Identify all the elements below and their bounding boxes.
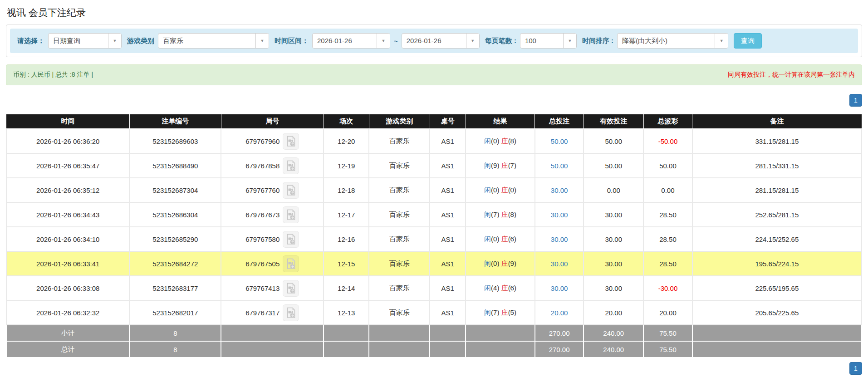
video-record-icon bbox=[286, 307, 296, 318]
table-footer: 小计8270.00240.0075.50总计8270.00240.0075.50 bbox=[6, 325, 862, 358]
footer-empty-cell bbox=[221, 341, 324, 358]
video-replay-button[interactable] bbox=[283, 133, 299, 150]
game-type-value: 百家乐 bbox=[158, 34, 255, 48]
footer-count: 8 bbox=[129, 325, 221, 341]
footer-empty-cell bbox=[221, 325, 324, 341]
pagination-page-1[interactable]: 1 bbox=[849, 94, 862, 107]
query-type-select[interactable]: 日期查询 ▼ bbox=[48, 33, 122, 49]
footer-empty-cell bbox=[466, 325, 535, 341]
footer-empty-cell bbox=[692, 325, 862, 341]
cell-game-type: 百家乐 bbox=[369, 153, 430, 178]
per-page-value: 100 bbox=[520, 34, 563, 48]
cell-game-type: 百家乐 bbox=[369, 251, 430, 276]
cell-round-id: 679767760 bbox=[221, 178, 324, 202]
banker-points: (5) bbox=[508, 309, 516, 316]
cell-round-id: 679767413 bbox=[221, 276, 324, 300]
cell-time: 2026-01-26 06:32:32 bbox=[6, 300, 129, 325]
cell-payout: 28.50 bbox=[643, 227, 692, 251]
video-record-icon bbox=[286, 185, 296, 196]
cell-bet-id: 523152684272 bbox=[129, 251, 221, 276]
footer-label: 总计 bbox=[6, 341, 129, 358]
cell-valid-bet: 30.00 bbox=[584, 276, 643, 300]
round-id-group: 679767413 bbox=[245, 280, 299, 297]
time-sort-select[interactable]: 降冪(由大到小) ▼ bbox=[617, 33, 728, 49]
cell-time: 2026-01-26 06:34:10 bbox=[6, 227, 129, 251]
video-replay-button[interactable] bbox=[283, 255, 299, 272]
cell-total-bet: 30.00 bbox=[535, 178, 584, 202]
total-bet-link[interactable]: 30.00 bbox=[551, 260, 568, 268]
round-id-group: 679767505 bbox=[245, 255, 299, 272]
round-id-value: 679767673 bbox=[245, 211, 280, 219]
cell-note: 331.15/281.15 bbox=[692, 129, 862, 153]
footer-empty-cell bbox=[369, 325, 430, 341]
grand-total-row: 总计8270.00240.0075.50 bbox=[6, 341, 862, 358]
video-replay-button[interactable] bbox=[283, 231, 299, 248]
total-bet-link[interactable]: 30.00 bbox=[551, 211, 568, 219]
cell-valid-bet: 30.00 bbox=[584, 227, 643, 251]
cell-note: 281.15/331.15 bbox=[692, 153, 862, 178]
video-replay-button[interactable] bbox=[283, 280, 299, 297]
query-button[interactable]: 查询 bbox=[734, 33, 762, 49]
cell-game-type: 百家乐 bbox=[369, 129, 430, 153]
footer-empty-cell bbox=[369, 341, 430, 358]
cell-table-no: AS1 bbox=[430, 178, 466, 202]
date-to-select[interactable]: 2026-01-26 ▼ bbox=[402, 33, 480, 49]
table-row: 2026-01-26 06:35:12523152687304679767760… bbox=[6, 178, 862, 202]
total-bet-link[interactable]: 20.00 bbox=[551, 309, 568, 317]
chevron-down-icon: ▼ bbox=[563, 34, 576, 48]
date-from-select[interactable]: 2026-01-26 ▼ bbox=[312, 33, 390, 49]
subtotal-row: 小计8270.00240.0075.50 bbox=[6, 325, 862, 341]
chevron-down-icon: ▼ bbox=[377, 34, 390, 48]
banker-points: (7) bbox=[508, 162, 516, 169]
per-page-label: 每页笔数 : bbox=[485, 37, 516, 45]
cell-game-type: 百家乐 bbox=[369, 276, 430, 300]
column-header: 局号 bbox=[221, 114, 324, 129]
total-bet-link[interactable]: 30.00 bbox=[551, 235, 568, 243]
cell-note: 225.65/195.65 bbox=[692, 276, 862, 300]
table-row: 2026-01-26 06:35:47523152688490679767858… bbox=[6, 153, 862, 178]
bet-records-table: 时间注单编号局号场次游戏类别桌号结果总投注有效投注总派彩备注 2026-01-2… bbox=[6, 114, 862, 358]
banker-label: 庄 bbox=[501, 284, 508, 292]
cell-note: 281.15/281.15 bbox=[692, 178, 862, 202]
player-points: (4) bbox=[491, 284, 499, 292]
cell-total-bet: 30.00 bbox=[535, 251, 584, 276]
video-replay-button[interactable] bbox=[283, 157, 299, 174]
game-type-label: 游戏类别 bbox=[127, 37, 154, 45]
filter-panel: 请选择： 日期查询 ▼ 游戏类别 百家乐 ▼ 时间区间： 2026-01-26 … bbox=[6, 24, 862, 57]
footer-empty-cell bbox=[430, 341, 466, 358]
footer-valid-bet: 240.00 bbox=[584, 341, 643, 358]
cell-bet-id: 523152685290 bbox=[129, 227, 221, 251]
cell-payout: 28.50 bbox=[643, 251, 692, 276]
cell-valid-bet: 20.00 bbox=[584, 300, 643, 325]
cell-result: 闲(0) 庄(6) bbox=[466, 227, 535, 251]
video-record-icon bbox=[286, 160, 296, 171]
total-bet-link[interactable]: 30.00 bbox=[551, 284, 568, 292]
round-id-group: 679767960 bbox=[245, 133, 299, 150]
time-sort-value: 降冪(由大到小) bbox=[618, 34, 715, 48]
round-id-value: 679767413 bbox=[245, 284, 280, 292]
player-points: (0) bbox=[491, 186, 499, 194]
column-header: 场次 bbox=[324, 114, 369, 129]
footer-total-bet: 270.00 bbox=[535, 325, 584, 341]
game-type-select[interactable]: 百家乐 ▼ bbox=[158, 33, 269, 49]
cell-note: 252.65/281.15 bbox=[692, 202, 862, 227]
column-header: 总投注 bbox=[535, 114, 584, 129]
video-replay-button[interactable] bbox=[283, 304, 299, 321]
cell-valid-bet: 50.00 bbox=[584, 129, 643, 153]
per-page-select[interactable]: 100 ▼ bbox=[520, 33, 577, 49]
total-bet-link[interactable]: 30.00 bbox=[551, 186, 568, 194]
cell-total-bet: 20.00 bbox=[535, 300, 584, 325]
footer-valid-bet: 240.00 bbox=[584, 325, 643, 341]
cell-total-bet: 50.00 bbox=[535, 153, 584, 178]
footer-count: 8 bbox=[129, 341, 221, 358]
total-bet-link[interactable]: 50.00 bbox=[551, 162, 568, 170]
cell-session: 12-14 bbox=[324, 276, 369, 300]
player-label: 闲 bbox=[484, 211, 491, 218]
pagination-page-1[interactable]: 1 bbox=[849, 362, 862, 375]
column-header: 桌号 bbox=[430, 114, 466, 129]
summary-bar: 币别 : 人民币 | 总共 :8 注单 | 同局有效投注，统一计算在该局第一张注… bbox=[6, 64, 862, 85]
video-replay-button[interactable] bbox=[283, 206, 299, 223]
video-replay-button[interactable] bbox=[283, 182, 299, 199]
total-bet-link[interactable]: 50.00 bbox=[551, 137, 568, 145]
player-label: 闲 bbox=[484, 162, 491, 169]
